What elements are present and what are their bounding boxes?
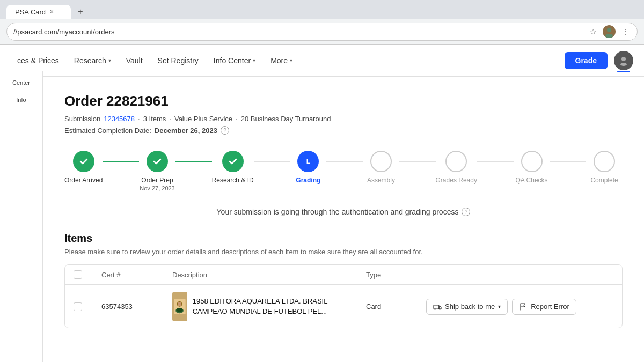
svg-point-3 <box>620 63 627 66</box>
nav-item-set-registry[interactable]: Set Registry <box>151 52 205 69</box>
step-sublabel-order-prep: Nov 27, 2023 <box>140 185 174 191</box>
svg-point-12 <box>439 308 440 309</box>
nav-label-research: Research <box>74 56 106 65</box>
sidebar-item-center: Center <box>12 79 30 86</box>
step-assembly: Assembly <box>363 151 399 184</box>
nav-item-info-center[interactable]: Info Center ▾ <box>207 52 262 69</box>
user-avatar-icon[interactable] <box>614 51 633 70</box>
nav-label-set-registry: Set Registry <box>158 56 199 65</box>
table-header: Cert # Description Type <box>65 265 622 285</box>
browser-tab[interactable]: PSA Card × <box>6 5 71 19</box>
new-tab-button[interactable]: + <box>73 4 88 19</box>
ship-back-button[interactable]: Ship back to me ▾ <box>426 299 508 315</box>
step-circle-complete <box>594 151 615 172</box>
svg-rect-10 <box>434 305 439 309</box>
sidebar-item-info: Info <box>16 97 26 103</box>
tab-close-icon[interactable]: × <box>50 8 54 16</box>
browser-menu-icon[interactable]: ⋮ <box>620 26 631 37</box>
step-circle-assembly <box>370 151 392 172</box>
nav-item-research[interactable]: Research ▾ <box>68 52 118 69</box>
completion-date-value: December 26, 2023 <box>155 127 217 135</box>
order-title: Order 22821961 <box>64 93 623 109</box>
step-circle-grades-ready <box>445 151 467 172</box>
grade-button[interactable]: Grade <box>565 52 608 69</box>
col-description: Description <box>172 271 360 279</box>
step-label-order-prep: Order Prep <box>141 176 173 184</box>
status-message: Your submission is going through the aut… <box>64 208 623 216</box>
completion-help-icon[interactable]: ? <box>221 126 229 135</box>
step-qa-checks: QA Checks <box>514 151 550 184</box>
svg-point-9 <box>176 308 182 312</box>
connector-5 <box>477 161 514 162</box>
connector-3 <box>326 161 363 162</box>
connector-2 <box>254 161 290 162</box>
items-count: 3 Items <box>143 115 166 123</box>
service-level: Value Plus Service <box>174 115 232 123</box>
row-checkbox-wrapper <box>74 302 95 311</box>
item-info: 1958 EDITORA AQUARELA LTDA. BRASIL CAMPE… <box>172 292 360 321</box>
ship-back-label: Ship back to me <box>445 302 495 311</box>
step-order-prep: Order Prep Nov 27, 2023 <box>139 151 175 191</box>
items-description: Please make sure to review your order de… <box>64 248 623 256</box>
step-research-id: Research & ID <box>212 151 254 184</box>
svg-point-2 <box>621 57 626 61</box>
item-type: Card <box>366 302 420 311</box>
col-type: Type <box>366 271 420 279</box>
step-label-qa-checks: QA Checks <box>516 176 548 184</box>
nav-item-vault[interactable]: Vault <box>120 52 149 69</box>
status-help-icon[interactable]: ? <box>462 208 470 216</box>
nav-label-vault: Vault <box>126 56 143 65</box>
row-checkbox[interactable] <box>74 302 82 311</box>
more-chevron-icon: ▾ <box>290 57 292 63</box>
items-table: Cert # Description Type 63574353 <box>64 264 623 328</box>
url-text: //psacard.com/myaccount/orders <box>13 28 115 36</box>
sidebar: Center Info <box>0 77 43 362</box>
browser-chrome: PSA Card × + //psacard.com/myaccount/ord… <box>0 0 644 45</box>
nav-items: ces & Prices Research ▾ Vault Set Regist… <box>11 52 565 69</box>
page-wrapper: ces & Prices Research ▾ Vault Set Regist… <box>0 45 644 362</box>
turnaround: 20 Business Day Turnaround <box>241 115 331 123</box>
step-label-research-id: Research & ID <box>212 176 254 184</box>
tab-label: PSA Card <box>15 8 46 16</box>
step-complete: Complete <box>586 151 623 184</box>
info-center-chevron-icon: ▾ <box>253 57 255 63</box>
select-all-checkbox[interactable] <box>74 270 82 279</box>
step-label-grading: Grading <box>296 176 320 184</box>
url-bar[interactable]: //psacard.com/myaccount/orders ☆ ⋮ <box>6 23 638 41</box>
order-meta: Submission 12345678 · 3 Items · Value Pl… <box>64 115 623 123</box>
cert-number: 63574353 <box>101 302 166 311</box>
svg-point-8 <box>178 302 181 306</box>
browser-toolbar: //psacard.com/myaccount/orders ☆ ⋮ <box>0 19 644 45</box>
item-description: 1958 EDITORA AQUARELA LTDA. BRASIL CAMPE… <box>193 297 360 316</box>
truck-icon <box>433 302 442 311</box>
table-row: 63574353 <box>65 285 622 328</box>
submission-link[interactable]: 12345678 <box>104 115 135 123</box>
main-content: Order 22821961 Submission 12345678 · 3 I… <box>43 77 644 362</box>
items-title: Items <box>64 232 623 245</box>
browser-avatar[interactable] <box>603 25 616 38</box>
research-chevron-icon: ▾ <box>108 57 111 63</box>
step-circle-qa-checks <box>521 151 543 172</box>
items-section: Items Please make sure to review your or… <box>64 232 623 328</box>
connector-6 <box>550 161 586 162</box>
flag-icon <box>519 302 528 311</box>
nav-item-prices[interactable]: ces & Prices <box>11 52 65 69</box>
step-circle-order-prep <box>147 151 168 172</box>
step-label-complete: Complete <box>590 176 618 184</box>
connector-1 <box>175 161 212 162</box>
progress-steps: Order Arrived Order Prep Nov 27, 2023 <box>64 151 623 191</box>
step-circle-research-id <box>222 151 244 172</box>
step-grades-ready: Grades Ready <box>436 151 477 184</box>
nav-item-more[interactable]: More ▾ <box>264 52 299 69</box>
main-nav: ces & Prices Research ▾ Vault Set Regist… <box>0 45 644 77</box>
item-actions: Ship back to me ▾ Report Error <box>426 299 613 315</box>
nav-label-info-center: Info Center <box>214 56 251 65</box>
step-label-assembly: Assembly <box>367 176 395 184</box>
svg-point-11 <box>434 308 435 309</box>
header-checkbox <box>74 270 95 279</box>
report-error-button[interactable]: Report Error <box>512 299 576 315</box>
step-circle-order-arrived <box>73 151 94 172</box>
star-icon[interactable]: ☆ <box>588 26 598 37</box>
connector-0 <box>103 161 139 162</box>
step-circle-grading: L <box>297 151 319 172</box>
